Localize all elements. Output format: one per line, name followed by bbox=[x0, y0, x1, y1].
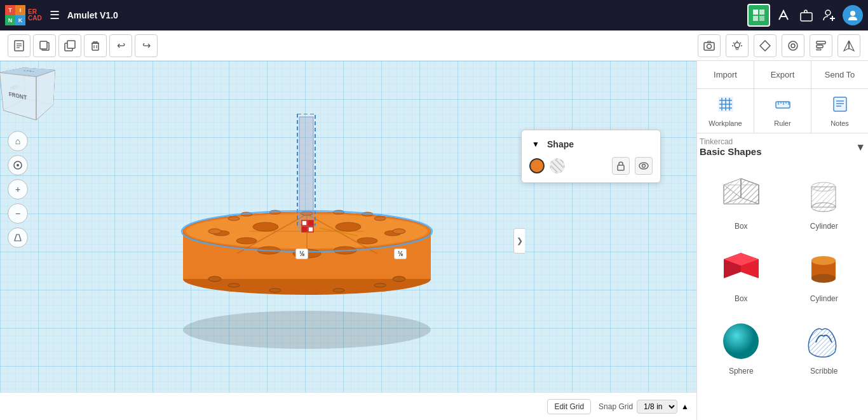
import-tab[interactable]: Import bbox=[697, 61, 754, 88]
shape-card-solid-sphere[interactable]: Sphere bbox=[702, 313, 780, 381]
nav-right bbox=[747, 4, 863, 27]
visibility-icon-btn[interactable] bbox=[635, 157, 653, 175]
shapes-category-title: Basic Shapes bbox=[700, 146, 762, 157]
ruler-icon-item[interactable]: Ruler bbox=[754, 89, 811, 133]
zoom-out-button[interactable]: − bbox=[8, 203, 28, 224]
shape-dropdown-arrow[interactable]: ▼ bbox=[529, 138, 542, 151]
logo-er: ERCAD bbox=[28, 9, 42, 22]
edit-grid-button[interactable]: Edit Grid bbox=[547, 399, 591, 414]
nav-add-person-icon[interactable] bbox=[820, 6, 839, 25]
wireframe-box-label: Box bbox=[735, 222, 748, 231]
measure-label-1: ⅛ bbox=[295, 248, 308, 259]
svg-rect-17 bbox=[67, 41, 75, 48]
svg-point-52 bbox=[236, 238, 257, 244]
shape-card-solid-cylinder[interactable]: Cylinder bbox=[785, 241, 864, 308]
svg-point-22 bbox=[707, 44, 712, 48]
svg-point-62 bbox=[374, 217, 386, 220]
wireframe-cylinder-label: Cylinder bbox=[810, 222, 838, 231]
solid-cylinder-label: Cylinder bbox=[810, 294, 838, 303]
lock-icon-btn[interactable] bbox=[612, 157, 630, 175]
duplicate-button[interactable] bbox=[58, 34, 81, 57]
svg-point-60 bbox=[393, 229, 405, 234]
snap-grid-select[interactable]: 1/8 in 1/4 in 1/2 in 1 in bbox=[637, 400, 677, 414]
mirror-button[interactable] bbox=[837, 34, 860, 57]
svg-point-6 bbox=[825, 10, 831, 15]
user-avatar[interactable] bbox=[843, 5, 863, 25]
svg-rect-3 bbox=[759, 16, 764, 21]
svg-rect-77 bbox=[308, 220, 313, 226]
scribble-label: Scribble bbox=[810, 367, 837, 376]
nav-build-icon[interactable] bbox=[774, 6, 793, 25]
shapes-dropdown-btn[interactable]: ▼ bbox=[855, 142, 865, 153]
align-button[interactable] bbox=[810, 34, 832, 57]
shape-panel-header: ▼ Shape bbox=[529, 138, 653, 151]
logo-letters: T I N K bbox=[5, 5, 25, 25]
shape-card-wireframe-box[interactable]: Box bbox=[702, 168, 780, 236]
color-hole-btn[interactable] bbox=[550, 158, 565, 173]
svg-point-115 bbox=[811, 274, 836, 283]
shape-card-wireframe-cylinder[interactable]: Cylinder bbox=[785, 168, 864, 236]
shapes-grid: Box bbox=[702, 168, 863, 381]
new-button[interactable] bbox=[8, 34, 31, 57]
shape-outline-button[interactable] bbox=[754, 34, 776, 57]
svg-point-68 bbox=[208, 276, 221, 281]
export-tab[interactable]: Export bbox=[754, 61, 811, 88]
notes-icon bbox=[831, 95, 849, 117]
svg-point-69 bbox=[393, 276, 405, 281]
orbit-button[interactable] bbox=[8, 155, 28, 175]
svg-point-117 bbox=[723, 323, 759, 359]
shape-cut-button[interactable] bbox=[782, 34, 804, 57]
viewport[interactable]: TOP FRONT LEFT ⌂ + − bbox=[0, 61, 696, 420]
logo-i: I bbox=[15, 5, 25, 15]
nav-briefcase-icon[interactable] bbox=[797, 6, 816, 25]
view-cube[interactable]: TOP FRONT LEFT bbox=[10, 71, 61, 122]
toolbar: ↩ ↪ bbox=[0, 30, 868, 61]
workplane-icon-item[interactable]: Workplane bbox=[697, 89, 754, 133]
svg-point-50 bbox=[253, 222, 278, 231]
navbar: T I N K ERCAD ☰ Amulet V1.0 bbox=[0, 0, 868, 30]
color-solid-btn[interactable] bbox=[529, 158, 545, 173]
camera-button[interactable] bbox=[698, 34, 721, 57]
redo-button[interactable]: ↪ bbox=[135, 34, 158, 57]
svg-rect-18 bbox=[92, 43, 98, 50]
copy-button[interactable] bbox=[33, 34, 56, 57]
workplane-icon bbox=[717, 95, 735, 117]
shape-icons-row bbox=[529, 157, 653, 175]
svg-rect-15 bbox=[40, 41, 47, 49]
svg-point-39 bbox=[17, 164, 19, 166]
main-layout: TOP FRONT LEFT ⌂ + − bbox=[0, 61, 868, 420]
shapes-category: Tinkercad bbox=[700, 137, 762, 146]
svg-marker-29 bbox=[760, 41, 770, 51]
logo-k: K bbox=[15, 15, 25, 25]
svg-point-71 bbox=[374, 283, 386, 287]
svg-point-110 bbox=[811, 203, 836, 212]
sidebar-icons-row: Workplane Ruler bbox=[697, 89, 868, 133]
home-view-button[interactable]: ⌂ bbox=[8, 131, 28, 151]
send-to-tab[interactable]: Send To bbox=[811, 61, 868, 88]
undo-button[interactable]: ↩ bbox=[109, 34, 132, 57]
sidebar-collapse-arrow[interactable]: ❯ bbox=[513, 228, 525, 254]
nav-3d-view-btn[interactable] bbox=[747, 4, 770, 27]
svg-rect-5 bbox=[801, 13, 812, 21]
snap-grid-up-btn[interactable]: ▲ bbox=[681, 402, 689, 411]
perspective-button[interactable] bbox=[8, 227, 28, 248]
shapes-library-header: Tinkercad Basic Shapes ▼ bbox=[697, 133, 868, 161]
measure-label-2: ⅛ bbox=[394, 248, 407, 259]
shape-card-solid-box[interactable]: Box bbox=[702, 241, 780, 308]
delete-button[interactable] bbox=[84, 34, 107, 57]
nav-menu-icon[interactable]: ☰ bbox=[47, 6, 62, 25]
solid-box-shape bbox=[715, 246, 766, 290]
svg-line-25 bbox=[740, 43, 742, 44]
zoom-in-button[interactable]: + bbox=[8, 179, 28, 200]
shape-card-scribble[interactable]: Scribble bbox=[785, 313, 864, 381]
viewport-controls: ⌂ + − bbox=[8, 131, 28, 248]
svg-point-23 bbox=[735, 43, 740, 48]
notes-icon-item[interactable]: Notes bbox=[811, 89, 868, 133]
snap-grid-row: Snap Grid 1/8 in 1/4 in 1/2 in 1 in ▲ bbox=[599, 400, 689, 414]
right-sidebar: Import Export Send To Work bbox=[696, 61, 868, 420]
light-button[interactable] bbox=[726, 34, 749, 57]
svg-rect-2 bbox=[753, 16, 758, 21]
app-title: Amulet V1.0 bbox=[67, 10, 118, 20]
solid-box-label: Box bbox=[735, 294, 748, 303]
logo-n: N bbox=[5, 15, 15, 25]
